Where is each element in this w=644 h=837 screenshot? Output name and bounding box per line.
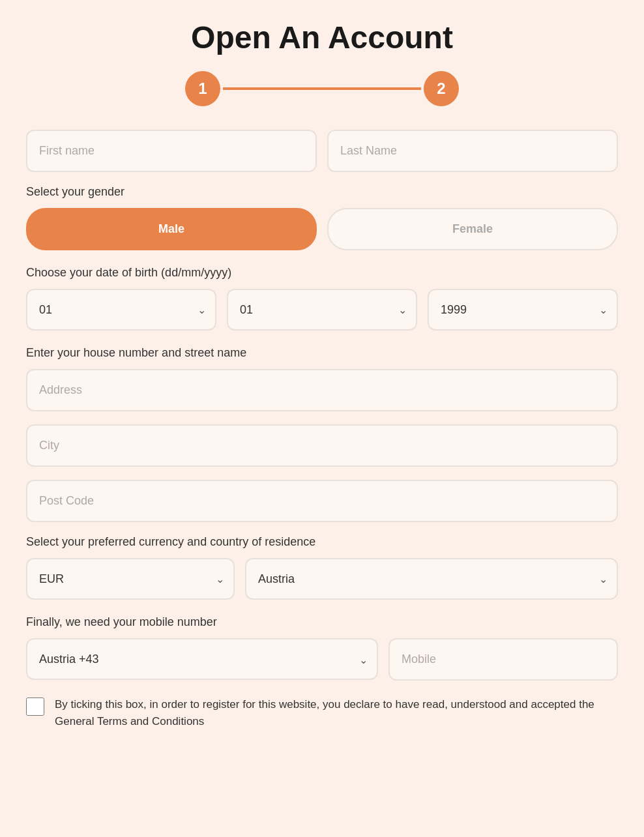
terms-row: By ticking this box, in order to registe…	[26, 696, 618, 729]
gender-male-button[interactable]: Male	[26, 208, 317, 250]
name-row	[26, 130, 618, 172]
mobile-section: Finally, we need your mobile number Aust…	[26, 615, 618, 681]
currency-wrapper: EURUSDGBP ⌄	[26, 558, 235, 600]
dob-day-wrapper: 0102030405 0607080910 1112131415 1617181…	[26, 289, 216, 330]
city-row	[26, 424, 618, 467]
terms-label: By ticking this box, in order to registe…	[55, 696, 618, 729]
dob-year-select[interactable]: 1999199819971996 1995200020012002	[428, 289, 618, 330]
last-name-input[interactable]	[327, 130, 618, 172]
mobile-country-select[interactable]: Austria +43Germany +49France +33 United …	[26, 638, 378, 680]
dob-year-wrapper: 1999199819971996 1995200020012002 ⌄	[428, 289, 618, 330]
form-container: Select your gender Male Female Choose yo…	[26, 130, 618, 729]
mobile-label: Finally, we need your mobile number	[26, 615, 618, 629]
address-row	[26, 369, 618, 411]
gender-section: Select your gender Male Female	[26, 185, 618, 250]
dob-label: Choose your date of birth (dd/mm/yyyy)	[26, 266, 618, 280]
step-2-circle: 2	[424, 71, 459, 106]
currency-label: Select your preferred currency and count…	[26, 535, 618, 549]
mobile-country-wrapper: Austria +43Germany +49France +33 United …	[26, 638, 378, 681]
dob-month-select[interactable]: 01020304 05060708 09101112	[227, 289, 417, 330]
gender-label: Select your gender	[26, 185, 618, 199]
terms-checkbox[interactable]	[26, 698, 44, 716]
postcode-field	[26, 480, 618, 522]
mobile-field	[388, 638, 618, 681]
gender-female-button[interactable]: Female	[327, 208, 618, 250]
gender-row: Male Female	[26, 208, 618, 250]
currency-select[interactable]: EURUSDGBP	[26, 558, 235, 600]
last-name-field	[327, 130, 618, 172]
address-field	[26, 369, 618, 411]
mobile-row: Austria +43Germany +49France +33 United …	[26, 638, 618, 681]
postcode-row	[26, 480, 618, 522]
first-name-field	[26, 130, 317, 172]
address-section: Enter your house number and street name	[26, 346, 618, 522]
city-input[interactable]	[26, 424, 618, 467]
dob-row: 0102030405 0607080910 1112131415 1617181…	[26, 289, 618, 330]
currency-row: EURUSDGBP ⌄ AustriaGermanyFranceSpain ⌄	[26, 558, 618, 600]
step-1-circle: 1	[185, 71, 220, 106]
country-wrapper: AustriaGermanyFranceSpain ⌄	[245, 558, 618, 600]
dob-month-wrapper: 01020304 05060708 09101112 ⌄	[227, 289, 417, 330]
address-label: Enter your house number and street name	[26, 346, 618, 360]
first-name-input[interactable]	[26, 130, 317, 172]
dob-day-select[interactable]: 0102030405 0607080910 1112131415 1617181…	[26, 289, 216, 330]
postcode-input[interactable]	[26, 480, 618, 522]
country-select[interactable]: AustriaGermanyFranceSpain	[245, 558, 618, 600]
step-line	[223, 87, 421, 90]
mobile-input[interactable]	[388, 638, 618, 681]
page-title: Open An Account	[191, 20, 453, 55]
city-field	[26, 424, 618, 467]
currency-section: Select your preferred currency and count…	[26, 535, 618, 600]
stepper: 1 2	[185, 71, 459, 106]
dob-section: Choose your date of birth (dd/mm/yyyy) 0…	[26, 266, 618, 330]
address-input[interactable]	[26, 369, 618, 411]
